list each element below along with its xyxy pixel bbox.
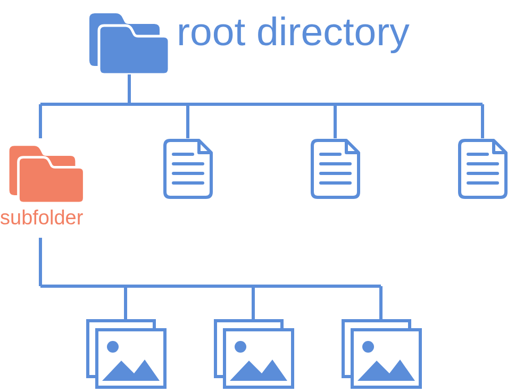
image-icon — [213, 318, 295, 390]
folder-icon — [86, 5, 171, 74]
document-node-1 — [163, 138, 213, 202]
document-node-2 — [310, 138, 361, 202]
svg-point-25 — [107, 341, 119, 353]
document-icon — [310, 138, 361, 199]
document-icon — [458, 138, 508, 199]
document-node-3 — [458, 138, 508, 202]
svg-point-31 — [362, 341, 374, 353]
folder-icon — [6, 138, 86, 203]
image-icon — [340, 318, 423, 390]
image-node-2 — [213, 318, 295, 392]
svg-point-28 — [235, 341, 246, 353]
subfolder — [6, 138, 86, 205]
image-icon — [85, 318, 168, 390]
image-node-1 — [85, 318, 168, 392]
root-folder-label: root directory — [177, 9, 410, 54]
subfolder-label: subfolder — [0, 206, 83, 229]
root-folder — [86, 5, 171, 77]
document-icon — [163, 138, 213, 199]
image-node-3 — [340, 318, 423, 392]
